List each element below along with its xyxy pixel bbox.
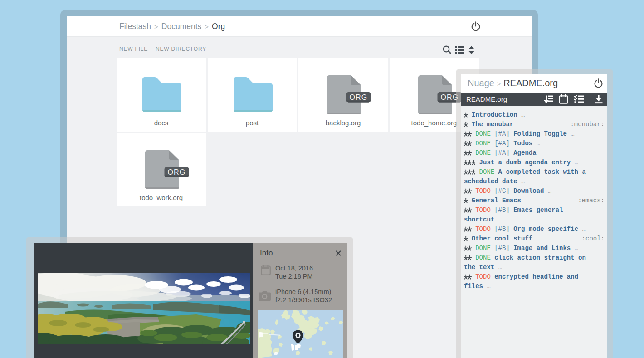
svg-text:ORG: ORG xyxy=(167,168,185,176)
svg-text:ORG: ORG xyxy=(349,93,367,101)
